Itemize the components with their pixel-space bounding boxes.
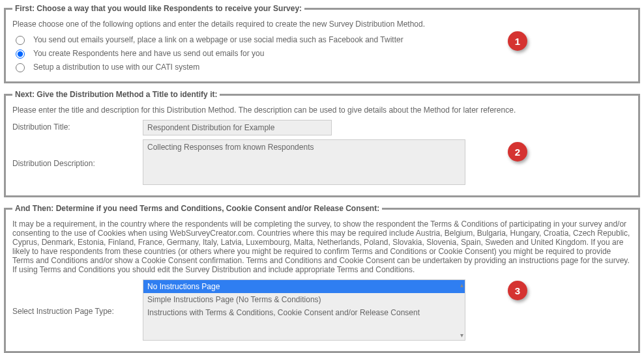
annotation-bubble-2: 2: [508, 142, 527, 162]
section3-legend: And Then: Determine if you need Terms an…: [12, 204, 382, 213]
radio-cati[interactable]: [16, 63, 25, 72]
section-title: Next: Give the Distribution Method a Tit…: [4, 90, 640, 197]
chevron-down-icon[interactable]: ▾: [460, 332, 463, 339]
distribution-title-input[interactable]: [143, 120, 332, 135]
chevron-up-icon[interactable]: ▴: [460, 281, 463, 289]
radio-we-send-label: You create Respondents here and have us …: [33, 49, 264, 58]
section3-intro: It may be a requirement, in the country …: [12, 219, 632, 274]
section2-intro: Please enter the title and description f…: [12, 106, 632, 115]
radio-cati-label: Setup a distribution to use with our CAT…: [33, 63, 199, 72]
annotation-bubble-1: 1: [508, 31, 527, 51]
section1-intro: Please choose one of the following optio…: [12, 20, 632, 29]
distribution-title-label: Distribution Title:: [12, 120, 143, 132]
section1-legend: First: Choose a way that you would like …: [12, 4, 304, 13]
section-choose-method: First: Choose a way that you would like …: [4, 4, 640, 83]
section2-legend: Next: Give the Distribution Method a Tit…: [12, 90, 220, 99]
radio-we-send[interactable]: [16, 49, 25, 59]
radio-self-send[interactable]: [16, 36, 25, 45]
list-item[interactable]: Instructions with Terms & Conditions, Co…: [143, 306, 465, 319]
list-item[interactable]: Simple Instructions Page (No Terms & Con…: [143, 293, 465, 306]
distribution-description-label: Distribution Description:: [12, 139, 143, 185]
distribution-description-input[interactable]: [143, 139, 465, 185]
list-item[interactable]: No Instructions Page: [143, 280, 465, 293]
instruction-type-listbox[interactable]: No Instructions Page Simple Instructions…: [143, 279, 465, 341]
radio-self-send-label: You send out emails yourself, place a li…: [33, 35, 403, 44]
instruction-type-label: Select Instruction Page Type:: [12, 279, 143, 341]
annotation-bubble-3: 3: [508, 281, 527, 300]
section-terms: And Then: Determine if you need Terms an…: [4, 204, 640, 353]
